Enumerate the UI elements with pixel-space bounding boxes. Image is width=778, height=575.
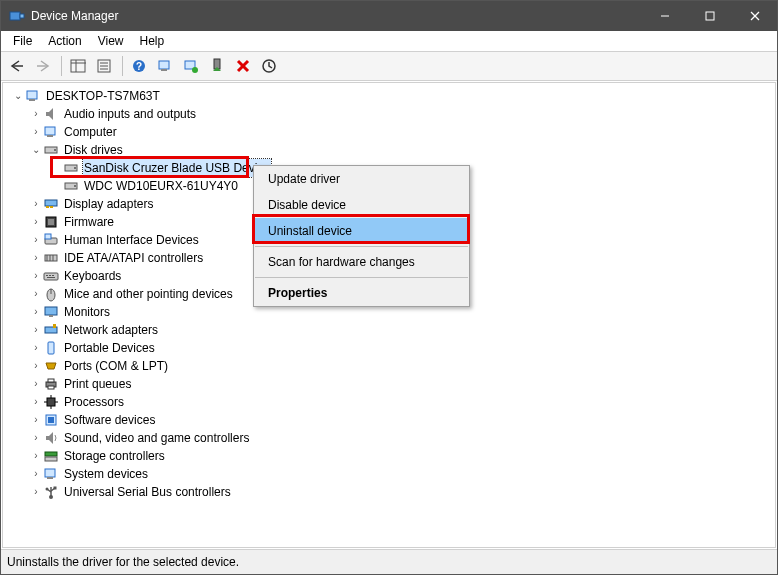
expander-icon[interactable]: › [29,357,43,375]
back-button[interactable] [5,54,29,78]
properties-button[interactable] [92,54,116,78]
svg-rect-27 [45,127,55,135]
tree-node-label: Software devices [63,411,156,429]
device-manager-window: Device Manager File Action View Help [0,0,778,575]
tree-node-ports[interactable]: › Ports (COM & LPT) [11,357,775,375]
expander-icon[interactable]: › [29,303,43,321]
enable-device-button[interactable] [205,54,229,78]
usb-icon [43,484,59,500]
expander-icon[interactable]: ⌄ [11,87,25,105]
context-separator [255,277,468,278]
menu-action[interactable]: Action [40,32,89,50]
tree-root[interactable]: ⌄ DESKTOP-TS7M63T [11,87,775,105]
network-icon [43,322,59,338]
svg-rect-1 [20,14,24,18]
svg-point-76 [46,488,49,491]
app-icon [9,8,25,24]
uninstall-device-button[interactable] [231,54,255,78]
svg-rect-39 [48,219,54,225]
tree-node-label: Human Interface Devices [63,231,200,249]
expander-icon[interactable]: › [29,123,43,141]
expander-icon[interactable]: › [29,213,43,231]
update-driver-button[interactable] [179,54,203,78]
svg-rect-49 [52,275,54,276]
disk-icon [63,178,79,194]
svg-rect-41 [45,234,51,239]
portable-device-icon [43,340,59,356]
expander-icon[interactable]: ⌄ [29,141,43,159]
tree-node-computer[interactable]: › Computer [11,123,775,141]
tree-node-label: System devices [63,465,149,483]
tree-node-processors[interactable]: › Processors [11,393,775,411]
keyboard-icon [43,268,59,284]
show-hide-tree-button[interactable] [66,54,90,78]
tree-node-software-devices[interactable]: › Software devices [11,411,775,429]
menu-view[interactable]: View [90,32,132,50]
svg-rect-17 [159,61,169,69]
expander-icon[interactable]: › [29,231,43,249]
computer-icon [25,88,41,104]
help-button[interactable]: ? [127,54,151,78]
expander-icon[interactable]: › [29,393,43,411]
tree-node-label: Storage controllers [63,447,166,465]
expander-icon[interactable]: › [29,411,43,429]
hid-icon [43,232,59,248]
system-device-icon [43,466,59,482]
svg-rect-25 [27,91,37,99]
expander-icon[interactable]: › [29,375,43,393]
expander-icon[interactable]: › [29,465,43,483]
disable-device-button[interactable] [257,54,281,78]
svg-point-34 [74,185,76,187]
statusbar: Uninstalls the driver for the selected d… [1,549,777,574]
menu-help[interactable]: Help [132,32,173,50]
expander-icon[interactable]: › [29,339,43,357]
expander-icon[interactable]: › [29,195,43,213]
storage-controller-icon [43,448,59,464]
tree-node-print-queues[interactable]: › Print queues [11,375,775,393]
expander-icon[interactable]: › [29,429,43,447]
expander-icon[interactable]: › [29,249,43,267]
svg-rect-69 [45,457,57,461]
context-disable-device[interactable]: Disable device [254,192,469,218]
disk-icon [63,160,79,176]
context-update-driver[interactable]: Update driver [254,166,469,192]
menu-file[interactable]: File [5,32,40,50]
svg-rect-36 [46,206,49,208]
context-scan-hardware[interactable]: Scan for hardware changes [254,249,469,275]
close-button[interactable] [732,1,777,31]
tree-node-disk-drives[interactable]: ⌄ Disk drives [11,141,775,159]
expander-icon[interactable]: › [29,105,43,123]
maximize-button[interactable] [687,1,732,31]
tree-node-label: Universal Serial Bus controllers [63,483,232,501]
context-properties[interactable]: Properties [254,280,469,306]
tree-node-audio[interactable]: › Audio inputs and outputs [11,105,775,123]
minimize-button[interactable] [642,1,687,31]
tree-node-label: WDC WD10EURX-61UY4Y0 [83,177,239,195]
tree-node-storage-controllers[interactable]: › Storage controllers [11,447,775,465]
expander-icon[interactable]: › [29,483,43,501]
tree-node-system-devices[interactable]: › System devices [11,465,775,483]
tree-node-label: SanDisk Cruzer Blade USB Device [83,159,271,177]
tree-node-portable-devices[interactable]: › Portable Devices [11,339,775,357]
tree-node-label: Mice and other pointing devices [63,285,234,303]
expander-icon[interactable]: › [29,285,43,303]
tree-node-network-adapters[interactable]: › Network adapters [11,321,775,339]
svg-rect-26 [29,99,35,101]
context-uninstall-device[interactable]: Uninstall device [254,218,469,244]
tree-node-label: Print queues [63,375,132,393]
scan-hardware-button[interactable] [153,54,177,78]
tree-node-sound-video-game[interactable]: › Sound, video and game controllers [11,429,775,447]
expander-icon[interactable]: › [29,447,43,465]
audio-icon [43,106,59,122]
svg-rect-48 [49,275,51,276]
svg-rect-8 [71,60,85,72]
expander-icon[interactable]: › [29,267,43,285]
tree-node-label: Display adapters [63,195,154,213]
software-device-icon [43,412,59,428]
tree-node-usb-controllers[interactable]: › Universal Serial Bus controllers [11,483,775,501]
forward-button[interactable] [31,54,55,78]
svg-rect-3 [706,12,714,20]
toolbar-separator [61,56,62,76]
sound-icon [43,430,59,446]
expander-icon[interactable]: › [29,321,43,339]
